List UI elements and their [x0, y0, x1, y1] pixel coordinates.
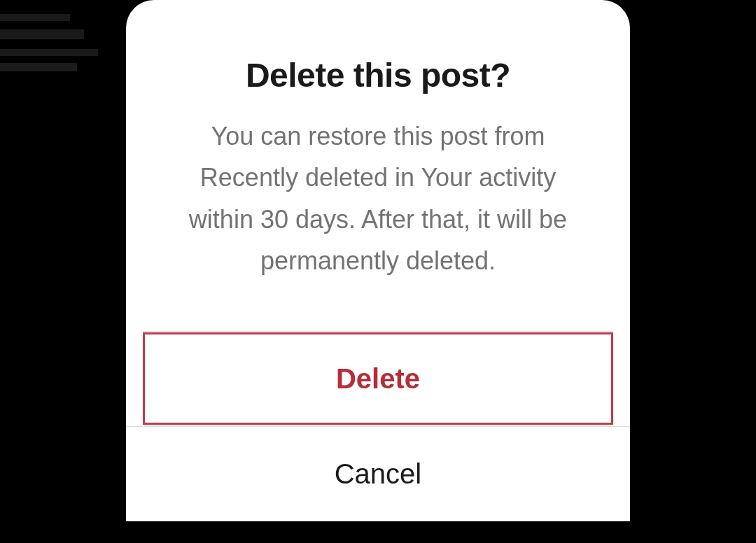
dialog-actions: Delete Cancel [126, 331, 630, 521]
background-artifacts [0, 0, 126, 84]
dialog-description: You can restore this post from Recently … [175, 115, 581, 282]
dialog-header: Delete this post? [126, 0, 630, 115]
delete-button-wrapper: Delete [126, 331, 630, 426]
delete-button[interactable]: Delete [143, 331, 613, 426]
dialog-body: You can restore this post from Recently … [126, 115, 630, 331]
cancel-button[interactable]: Cancel [126, 426, 630, 521]
dialog-title: Delete this post? [161, 56, 595, 94]
confirmation-dialog: Delete this post? You can restore this p… [126, 0, 630, 521]
